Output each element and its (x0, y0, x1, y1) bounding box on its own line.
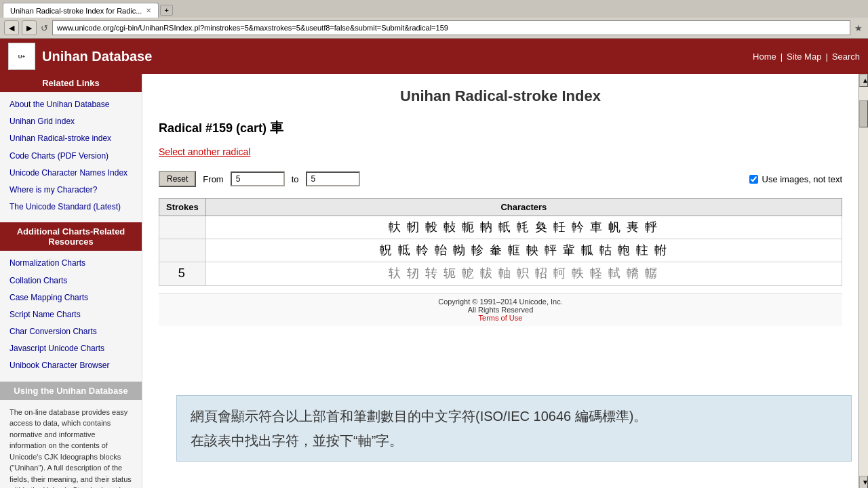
images-checkbox-label: Use images, not text (749, 174, 843, 184)
scroll-up-arrow[interactable]: ▲ (859, 74, 868, 87)
chars-cell-2: 軦 軧 軨 軩 軪 軫 軬 軭 軮 軯 軰 軱 軲 軳 軴 軵 (205, 239, 842, 262)
tooltip-overlay: 網頁會顯示符合以上部首和筆劃數目的中文字符(ISO/IEC 10646 編碼標準… (176, 395, 852, 462)
from-input[interactable] (231, 171, 285, 186)
page-container: U+ Unihan Database Home | Site Map | Sea… (0, 39, 868, 488)
nav-search[interactable]: Search (832, 52, 860, 62)
scroll-thumb[interactable] (859, 100, 868, 127)
nav-sitemap[interactable]: Site Map (787, 52, 821, 62)
sidebar-item-normalization[interactable]: Normalization Charts (0, 255, 142, 272)
footer-line2: All Rights Reserved (163, 306, 838, 314)
scrollbar[interactable]: ▲ ▼ (859, 74, 868, 488)
stroke-count-2 (159, 239, 206, 262)
footer: Copyright © 1991–2014 Unicode, Inc. All … (159, 293, 842, 326)
radical-label: Radical #159 (cart) (159, 121, 267, 135)
scroll-down-arrow[interactable]: ▼ (859, 476, 868, 488)
nav-home[interactable]: Home (753, 52, 776, 62)
sidebar: Related Links About the Unihan Database … (0, 74, 142, 488)
col-header-characters: Characters (205, 199, 842, 216)
stroke-count-3: 5 (159, 262, 206, 285)
sidebar-item-charnames[interactable]: Unicode Character Names Index (0, 165, 142, 182)
forward-button[interactable]: ▶ (22, 20, 37, 35)
sidebar-item-radical[interactable]: Unihan Radical-stroke index (0, 130, 142, 147)
using-title: Using the Unihan Database (0, 382, 142, 400)
sidebar-item-unibook[interactable]: Unibook Character Browser (0, 357, 142, 374)
refresh-button[interactable]: ↺ (39, 23, 50, 33)
sidebar-item-wherechar[interactable]: Where is my Character? (0, 182, 142, 199)
sidebar-item-collation[interactable]: Collation Charts (0, 272, 142, 289)
sidebar-item-grid[interactable]: Unihan Grid index (0, 113, 142, 130)
nav-sep-2: | (825, 52, 827, 62)
tab-label: Unihan Radical-stroke Index for Radic... (10, 7, 142, 15)
sidebar-item-casemapping[interactable]: Case Mapping Charts (0, 289, 142, 306)
site-logo: U+ (8, 43, 35, 70)
main-area: Related Links About the Unihan Database … (0, 74, 868, 488)
images-checkbox[interactable] (749, 175, 758, 184)
from-label: From (203, 174, 223, 184)
logo-area: U+ Unihan Database (8, 43, 152, 70)
back-button[interactable]: ◀ (4, 20, 19, 35)
table-row: 軦 軧 軨 軩 軪 軫 軬 軭 軮 軯 軰 軱 軲 軳 軴 軵 (159, 239, 842, 262)
select-radical-link[interactable]: Select another radical (159, 146, 842, 157)
sidebar-item-standard[interactable]: The Unicode Standard (Latest) (0, 199, 142, 216)
nav-sep-1: | (781, 52, 783, 62)
tooltip-line2: 在該表中找出字符，並按下“軸”字。 (191, 428, 837, 453)
browser-chrome: Unihan Radical-stroke Index for Radic...… (0, 0, 868, 39)
sidebar-item-codecharts[interactable]: Code Charts (PDF Version) (0, 148, 142, 165)
site-nav: Home | Site Map | Search (753, 52, 860, 62)
sidebar-item-charconversion[interactable]: Char Conversion Charts (0, 323, 142, 340)
col-header-strokes: Strokes (159, 199, 206, 216)
reset-button[interactable]: Reset (159, 171, 196, 187)
table-row: 5 轪 轫 转 轭 軶 軷 軸 軹 軺 軻 軼 軽 軾 轎 轏 (159, 262, 842, 285)
checkbox-text: Use images, not text (762, 174, 843, 184)
characters-table: Strokes Characters 軑 軔 軗 軙 軛 軜 軝 軞 奐 軠 軡… (159, 198, 842, 286)
logo-text: U+ (18, 54, 25, 60)
to-input[interactable] (306, 171, 360, 186)
tooltip-line1: 網頁會顯示符合以上部首和筆劃數目的中文字符(ISO/IEC 10646 編碼標準… (191, 404, 837, 428)
active-tab[interactable]: Unihan Radical-stroke Index for Radic...… (3, 3, 159, 18)
related-links-title: Related Links (0, 74, 142, 92)
site-title: Unihan Database (42, 49, 152, 64)
using-text: The on-line database provides easy acces… (0, 404, 142, 488)
sidebar-item-about[interactable]: About the Unihan Database (0, 96, 142, 113)
tab-bar: Unihan Radical-stroke Index for Radic...… (0, 0, 868, 18)
chars-cell-1: 軑 軔 軗 軙 軛 軜 軝 軞 奐 軠 軡 車 帆 軣 軤 (205, 216, 842, 239)
new-tab-button[interactable]: + (160, 5, 172, 16)
content-area: Unihan Radical-stroke Index Radical #159… (142, 74, 859, 488)
to-label: to (292, 174, 299, 184)
url-bar[interactable] (52, 20, 850, 35)
additional-charts-title: Additional Charts-Related Resources (0, 222, 142, 251)
table-row: 軑 軔 軗 軙 軛 軜 軝 軞 奐 軠 軡 車 帆 軣 軤 (159, 216, 842, 239)
stroke-count-1 (159, 216, 206, 239)
footer-terms-link[interactable]: Terms of Use (479, 314, 523, 322)
site-header: U+ Unihan Database Home | Site Map | Sea… (0, 39, 868, 74)
chars-cell-3: 轪 轫 转 轭 軶 軷 軸 軹 軺 軻 軼 軽 軾 轎 轏 (205, 262, 842, 285)
tab-close-icon[interactable]: ✕ (146, 7, 151, 14)
sidebar-item-scriptname[interactable]: Script Name Charts (0, 306, 142, 323)
scroll-track (859, 87, 868, 476)
radical-char: 車 (270, 120, 283, 135)
radical-heading: Radical #159 (cart) 車 (159, 119, 842, 137)
controls-row: Reset From to Use images, not text (159, 171, 842, 187)
page-title: Unihan Radical-stroke Index (159, 87, 842, 105)
footer-line1: Copyright © 1991–2014 Unicode, Inc. (163, 298, 838, 306)
nav-bar: ◀ ▶ ↺ ★ (0, 18, 868, 38)
sidebar-item-javascript[interactable]: Javascript Unicode Charts (0, 340, 142, 357)
bookmark-star-icon[interactable]: ★ (853, 23, 864, 33)
